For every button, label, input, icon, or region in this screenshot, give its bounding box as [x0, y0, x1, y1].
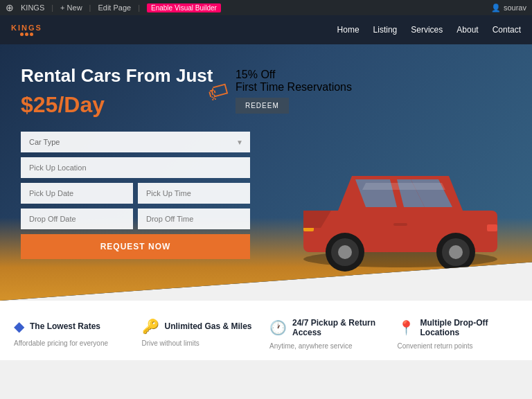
admin-enable-visual[interactable]: Enable Visual Builder	[147, 3, 221, 12]
admin-site-name[interactable]: KINGS	[21, 3, 44, 12]
feature-unlimited-gas: 🔑 Unlimited Gas & Miles Drive without li…	[142, 318, 263, 350]
hero-section: 🏷 15% Off First Time Reservations REDEEM…	[0, 44, 532, 301]
nav-contact[interactable]: Contact	[493, 25, 521, 35]
price-tag-icon: 🏷	[205, 77, 231, 105]
logo-dots	[20, 33, 33, 36]
admin-edit-page[interactable]: Edit Page	[98, 3, 131, 12]
feature-unlimited-gas-header: 🔑 Unlimited Gas & Miles	[142, 318, 252, 335]
feature-247-access: 🕐 24/7 Pickup & Return Access Anytime, a…	[269, 318, 391, 350]
lowest-rates-title: The Lowest Rates	[30, 321, 100, 331]
lowest-rates-desc: Affordable pricing for everyone	[14, 339, 108, 347]
admin-separator-3: |	[138, 3, 140, 12]
nav-services[interactable]: Services	[411, 25, 443, 35]
nav-listing[interactable]: Listing	[373, 25, 398, 35]
dropoff-date-row	[21, 209, 250, 229]
svg-rect-9	[487, 224, 497, 231]
unlimited-gas-title: Unlimited Gas & Miles	[165, 321, 252, 331]
admin-bar: ⊕ KINGS | + New | Edit Page | Enable Vis…	[0, 0, 532, 15]
admin-separator-2: |	[89, 3, 91, 12]
admin-new[interactable]: + New	[60, 3, 82, 12]
unlimited-gas-desc: Drive without limits	[142, 339, 200, 347]
site-logo: KINGS	[11, 24, 42, 36]
promo-off-text: 15% Off	[236, 69, 352, 81]
car-image	[276, 121, 525, 273]
car-type-select[interactable]: Car Type Sedan SUV Truck Van	[21, 132, 250, 152]
pickup-time-input[interactable]	[138, 183, 250, 204]
nav-bar: KINGS Home Listing Services About Contac…	[0, 15, 532, 44]
feature-247-header: 🕐 24/7 Pickup & Return Access	[269, 318, 391, 337]
promo-text: 15% Off First Time Reservations REDEEM	[236, 69, 352, 114]
pickup-date-input[interactable]	[21, 183, 133, 204]
wp-logo: ⊕	[6, 2, 14, 13]
nav-links: Home Listing Services About Contact	[337, 25, 521, 35]
dropoff-date-input[interactable]	[21, 209, 133, 229]
247-access-desc: Anytime, anywhere service	[269, 342, 353, 350]
247-access-icon: 🕐	[269, 319, 287, 336]
car-type-wrapper: Car Type Sedan SUV Truck Van ▼	[21, 132, 250, 152]
unlimited-gas-icon: 🔑	[142, 318, 159, 335]
247-access-title: 24/7 Pickup & Return Access	[292, 318, 391, 337]
dropoff-title: Multiple Drop-Off Locations	[420, 318, 519, 337]
promo-badge: 🏷 15% Off First Time Reservations REDEEM	[208, 69, 352, 114]
dropoff-desc: Convenient return points	[398, 342, 473, 350]
dropoff-time-input[interactable]	[138, 209, 250, 229]
svg-point-7	[449, 245, 463, 259]
svg-rect-10	[393, 223, 407, 226]
feature-dropoff-header: 📍 Multiple Drop-Off Locations	[398, 318, 519, 337]
admin-user: 👤 sourav	[491, 3, 526, 12]
pickup-date-row	[21, 183, 250, 204]
pickup-location-input[interactable]	[21, 157, 250, 178]
dropoff-icon: 📍	[398, 319, 415, 336]
promo-subtitle: First Time Reservations	[236, 81, 352, 94]
lowest-rates-icon: ◆	[14, 318, 24, 335]
feature-lowest-rates: ◆ The Lowest Rates Affordable pricing fo…	[14, 318, 135, 350]
feature-multiple-dropoff: 📍 Multiple Drop-Off Locations Convenient…	[398, 318, 519, 350]
redeem-button[interactable]: REDEEM	[236, 98, 289, 114]
svg-point-4	[338, 245, 352, 259]
admin-separator-1: |	[51, 3, 53, 12]
nav-home[interactable]: Home	[337, 25, 360, 35]
feature-lowest-rates-header: ◆ The Lowest Rates	[14, 318, 100, 335]
select-arrow-icon: ▼	[236, 139, 243, 146]
nav-about[interactable]: About	[456, 25, 478, 35]
booking-form: Car Type Sedan SUV Truck Van ▼	[21, 132, 250, 259]
features-section: ◆ The Lowest Rates Affordable pricing fo…	[0, 301, 532, 360]
request-now-button[interactable]: REQUEST NOW	[21, 234, 250, 259]
